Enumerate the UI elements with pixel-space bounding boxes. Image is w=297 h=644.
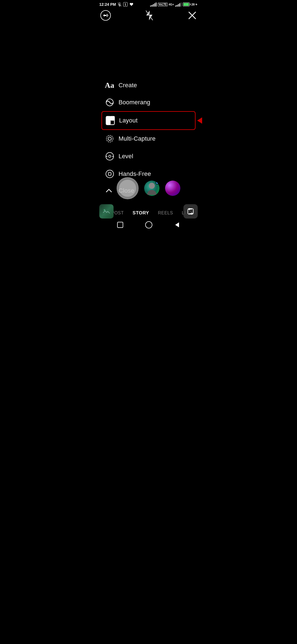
camera-flip-button[interactable]	[183, 204, 198, 219]
menu-item-layout[interactable]: Layout	[101, 111, 196, 130]
menu-item-multi-capture[interactable]: Multi-Capture	[101, 130, 196, 148]
boomerang-label: Boomerang	[119, 99, 150, 106]
level-icon	[105, 151, 119, 161]
status-bar: 12:24 PM 1 VoLTE 4G+	[95, 0, 202, 8]
camera-flip-icon	[186, 207, 195, 215]
svg-point-13	[106, 135, 113, 142]
gallery-thumb-person[interactable]	[144, 181, 160, 196]
svg-rect-11	[106, 116, 110, 125]
hands-free-label: Hands-Free	[119, 170, 151, 178]
boomerang-icon	[105, 97, 119, 107]
svg-point-19	[106, 170, 114, 178]
flip-button[interactable]	[100, 10, 111, 21]
tab-reels[interactable]: REELS	[153, 208, 177, 218]
system-nav	[95, 219, 202, 231]
menu-item-level[interactable]: Level	[101, 148, 196, 165]
top-controls	[95, 8, 202, 23]
charging-icon	[195, 2, 198, 6]
signal-icon-2	[175, 2, 182, 7]
purple-thumb	[165, 181, 180, 196]
gallery-thumb-purple[interactable]	[165, 181, 180, 196]
svg-rect-20	[108, 173, 111, 175]
tab-story[interactable]: STORY	[128, 208, 153, 218]
create-label: Create	[119, 82, 137, 89]
svg-rect-12	[111, 116, 114, 120]
multi-capture-icon	[105, 134, 119, 144]
svg-rect-24	[117, 222, 123, 228]
shutter-inner	[119, 180, 136, 197]
flash-button[interactable]	[145, 10, 153, 21]
create-icon: Aa	[105, 81, 119, 90]
notification-badge: 1	[123, 2, 128, 7]
svg-point-21	[104, 209, 105, 211]
svg-marker-26	[175, 222, 179, 227]
nav-circle-icon	[145, 221, 153, 229]
level-label: Level	[119, 153, 133, 160]
svg-point-14	[108, 137, 111, 140]
svg-point-18	[109, 155, 111, 157]
close-button[interactable]	[188, 11, 197, 20]
signal-icon	[150, 2, 156, 7]
svg-marker-3	[195, 3, 197, 6]
mute-icon	[118, 2, 122, 6]
network-type: VoLTE	[158, 3, 167, 6]
time-display: 12:24 PM	[99, 2, 116, 7]
close-icon	[188, 11, 197, 20]
network-speed: 4G+	[169, 3, 174, 6]
battery-indicator: 28	[183, 2, 198, 6]
nav-back-button[interactable]	[174, 221, 181, 228]
multi-capture-label: Multi-Capture	[119, 135, 156, 142]
menu-item-create[interactable]: Aa Create	[101, 77, 196, 94]
layout-arrow	[197, 117, 202, 124]
menu-item-boomerang[interactable]: Boomerang	[101, 94, 196, 111]
flash-off-icon	[145, 10, 153, 21]
nav-home-button[interactable]	[116, 221, 124, 229]
camera-controls	[95, 177, 202, 199]
svg-point-25	[145, 222, 152, 228]
nav-circle-button[interactable]	[145, 221, 153, 229]
gallery-icon	[102, 207, 111, 215]
health-icon	[129, 2, 134, 6]
layout-label: Layout	[119, 117, 138, 124]
notification-dot	[156, 181, 159, 184]
gallery-recent-button[interactable]	[99, 204, 114, 219]
nav-square-icon	[116, 221, 124, 229]
battery-level: 28	[191, 3, 195, 6]
shutter-button[interactable]	[117, 177, 139, 199]
nav-back-icon	[174, 221, 181, 228]
layout-icon	[105, 116, 119, 125]
